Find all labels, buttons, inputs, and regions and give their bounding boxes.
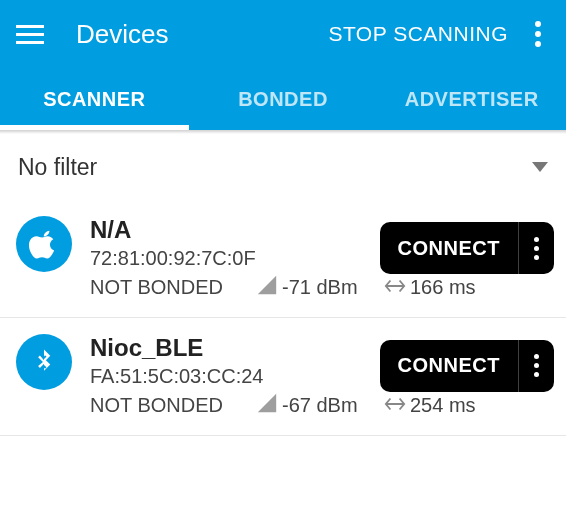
device-actions: CONNECT — [380, 222, 554, 274]
tab-advertiser[interactable]: ADVERTISER — [377, 68, 566, 130]
device-address: 72:81:00:92:7C:0F — [90, 247, 380, 270]
device-overflow-icon[interactable] — [518, 222, 554, 274]
interval-icon — [384, 394, 406, 417]
device-overflow-icon[interactable] — [518, 340, 554, 392]
page-title: Devices — [76, 19, 328, 50]
bluetooth-icon — [16, 334, 72, 390]
signal-icon — [256, 392, 278, 419]
device-meta: NOT BONDED -67 dBm 254 ms — [90, 392, 380, 419]
bond-status: NOT BONDED — [90, 276, 250, 299]
device-row[interactable]: Nioc_BLE FA:51:5C:03:CC:24 NOT BONDED -6… — [0, 318, 566, 436]
device-row[interactable]: N/A 72:81:00:92:7C:0F NOT BONDED -71 dBm… — [0, 200, 566, 318]
rssi-value: -67 dBm — [282, 394, 372, 417]
device-actions: CONNECT — [380, 340, 554, 392]
chevron-down-icon — [532, 162, 548, 172]
top-bar: Devices STOP SCANNING — [0, 0, 566, 68]
bond-status: NOT BONDED — [90, 394, 250, 417]
tab-bonded[interactable]: BONDED — [189, 68, 378, 130]
filter-dropdown[interactable]: No filter — [0, 134, 566, 200]
apple-icon — [16, 216, 72, 272]
connect-button[interactable]: CONNECT — [380, 340, 518, 392]
interval-value: 166 ms — [410, 276, 476, 299]
tab-scanner[interactable]: SCANNER — [0, 68, 189, 130]
overflow-menu-icon[interactable] — [522, 21, 554, 47]
interval-value: 254 ms — [410, 394, 476, 417]
rssi-value: -71 dBm — [282, 276, 372, 299]
device-address: FA:51:5C:03:CC:24 — [90, 365, 380, 388]
menu-icon[interactable] — [12, 16, 48, 52]
device-meta: NOT BONDED -71 dBm 166 ms — [90, 274, 380, 301]
device-info: N/A 72:81:00:92:7C:0F NOT BONDED -71 dBm… — [90, 216, 380, 301]
device-info: Nioc_BLE FA:51:5C:03:CC:24 NOT BONDED -6… — [90, 334, 380, 419]
tab-bar: SCANNER BONDED ADVERTISER — [0, 68, 566, 130]
signal-icon — [256, 274, 278, 301]
device-name: Nioc_BLE — [90, 334, 380, 363]
filter-label: No filter — [18, 154, 532, 181]
connect-button[interactable]: CONNECT — [380, 222, 518, 274]
app-header: Devices STOP SCANNING SCANNER BONDED ADV… — [0, 0, 566, 130]
device-name: N/A — [90, 216, 380, 245]
interval-icon — [384, 276, 406, 299]
stop-scanning-button[interactable]: STOP SCANNING — [328, 22, 508, 46]
